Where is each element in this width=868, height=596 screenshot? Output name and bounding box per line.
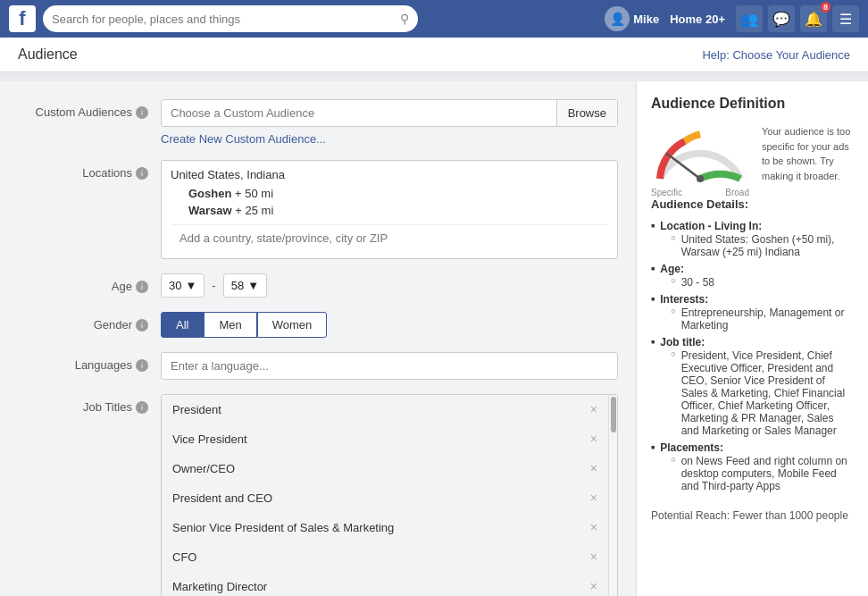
- audience-definition-title: Audience Definition: [651, 96, 854, 112]
- search-input[interactable]: [52, 13, 400, 26]
- search-icon: ⚲: [400, 12, 409, 26]
- avatar: 👤: [605, 6, 630, 31]
- remove-icon[interactable]: ×: [583, 432, 597, 446]
- list-item: Vice President×: [162, 424, 608, 454]
- age-selector: 30 ▼ - 58 ▼: [161, 273, 618, 298]
- gender-women-button[interactable]: Women: [257, 312, 328, 338]
- remove-icon[interactable]: ×: [583, 520, 597, 534]
- audience-details-title: Audience Details:: [651, 197, 854, 211]
- detail-label: Placements:: [660, 441, 723, 454]
- detail-label: Location - Living In:: [660, 220, 762, 232]
- left-panel: Custom Audiences i Browse Create New Cus…: [0, 81, 636, 596]
- job-titles-info-icon[interactable]: i: [136, 401, 148, 414]
- gender-men-button[interactable]: Men: [204, 312, 256, 338]
- detail-item: Age:30 - 58: [651, 261, 854, 291]
- job-titles-row: Job Titles i President×Vice President×Ow…: [18, 394, 618, 596]
- page-title: Audience: [18, 46, 78, 63]
- help-link[interactable]: Help: Choose Your Audience: [702, 48, 850, 62]
- nav-messages-icon[interactable]: 💬: [768, 5, 795, 32]
- remove-icon[interactable]: ×: [583, 491, 597, 505]
- languages-info-icon[interactable]: i: [136, 359, 148, 372]
- detail-item: Placements:on News Feed and right column…: [651, 440, 854, 495]
- age-info-icon[interactable]: i: [136, 281, 148, 293]
- languages-label: Languages i: [18, 352, 161, 372]
- detail-sub-item: on News Feed and right column on desktop…: [671, 454, 854, 493]
- locations-control: United States, Indiana Goshen + 50 mi Wa…: [161, 160, 618, 259]
- location-item-warsaw: Warsaw + 25 mi: [171, 202, 608, 219]
- detail-sub-item: 30 - 58: [671, 275, 714, 290]
- gauge-broad-label: Broad: [725, 188, 749, 197]
- age-to-select[interactable]: 58 ▼: [223, 273, 267, 298]
- gender-info-icon[interactable]: i: [136, 319, 148, 332]
- locations-info-icon[interactable]: i: [136, 167, 148, 180]
- remove-icon[interactable]: ×: [583, 579, 597, 593]
- list-item: Marketing Director×: [162, 572, 608, 596]
- gauge-container: Specific Broad Your audience is too spec…: [651, 124, 854, 183]
- gauge-labels: Specific Broad: [651, 188, 749, 197]
- list-item: Owner/CEO×: [162, 454, 608, 483]
- custom-audience-input[interactable]: [162, 100, 556, 126]
- detail-sub-item: Entrepreneurship, Management or Marketin…: [671, 306, 854, 332]
- top-navigation: f ⚲ 👤 Mike Home 20+ 👥 💬 🔔 8 ☰: [0, 0, 868, 38]
- gender-all-button[interactable]: All: [161, 312, 204, 338]
- nav-home-link[interactable]: Home 20+: [664, 13, 730, 26]
- detail-item: Location - Living In:United States: Gosh…: [651, 218, 854, 261]
- job-title-text: President and CEO: [172, 491, 272, 505]
- location-item-goshen: Goshen + 50 mi: [171, 185, 608, 202]
- page-header: Audience Help: Choose Your Audience: [0, 38, 868, 72]
- locations-label: Locations i: [18, 160, 161, 180]
- create-custom-audience-link[interactable]: Create New Custom Audience...: [161, 132, 326, 146]
- nav-notifications-icon[interactable]: 🔔 8: [800, 5, 827, 32]
- gender-row: Gender i All Men Women: [18, 312, 618, 338]
- browse-button[interactable]: Browse: [556, 100, 617, 126]
- custom-audiences-row: Custom Audiences i Browse Create New Cus…: [18, 99, 618, 146]
- remove-icon[interactable]: ×: [583, 461, 597, 475]
- facebook-logo[interactable]: f: [9, 5, 36, 32]
- notification-badge: 8: [821, 2, 830, 13]
- nav-friends-icon[interactable]: 👥: [736, 5, 763, 32]
- nav-user-profile[interactable]: 👤 Mike: [605, 6, 659, 31]
- gender-label: Gender i: [18, 312, 161, 332]
- custom-audiences-info-icon[interactable]: i: [136, 106, 148, 119]
- detail-sub-item: President, Vice President, Chief Executi…: [671, 348, 854, 438]
- list-item: President and CEO×: [162, 483, 608, 513]
- job-title-text: President: [172, 403, 221, 416]
- gender-buttons: All Men Women: [161, 312, 618, 338]
- remove-icon[interactable]: ×: [583, 402, 597, 416]
- nav-settings-icon[interactable]: ☰: [832, 5, 859, 32]
- detail-sub-item: United States: Goshen (+50 mi), Warsaw (…: [671, 232, 854, 259]
- custom-audiences-label: Custom Audiences i: [18, 99, 161, 119]
- nav-right-section: 👤 Mike Home 20+ 👥 💬 🔔 8 ☰: [605, 5, 859, 32]
- search-bar: ⚲: [43, 5, 418, 32]
- scrollbar[interactable]: [608, 395, 617, 596]
- list-item: President×: [162, 395, 608, 424]
- detail-label: Interests:: [660, 293, 708, 306]
- age-from-select[interactable]: 30 ▼: [161, 273, 204, 298]
- age-dash: -: [212, 279, 215, 292]
- age-row: Age i 30 ▼ - 58 ▼: [18, 273, 618, 298]
- list-item: CFO×: [162, 542, 608, 572]
- age-label: Age i: [18, 273, 161, 293]
- gauge-description: Your audience is too specific for your a…: [762, 124, 854, 183]
- job-title-text: Senior Vice President of Sales & Marketi…: [172, 521, 394, 534]
- list-item: Senior Vice President of Sales & Marketi…: [162, 513, 608, 542]
- job-title-text: Owner/CEO: [172, 462, 235, 475]
- gauge-specific-label: Specific: [651, 188, 682, 197]
- job-titles-list[interactable]: President×Vice President×Owner/CEO×Presi…: [162, 395, 608, 596]
- location-add-input[interactable]: [171, 224, 608, 251]
- job-titles-control: President×Vice President×Owner/CEO×Presi…: [161, 394, 618, 596]
- audience-details-list: Location - Living In:United States: Gosh…: [651, 218, 854, 495]
- nav-user-name: Mike: [633, 13, 659, 26]
- job-title-text: Marketing Director: [172, 580, 267, 593]
- main-content: Custom Audiences i Browse Create New Cus…: [0, 72, 868, 596]
- scroll-thumb[interactable]: [611, 397, 616, 432]
- detail-label: Job title:: [660, 336, 705, 348]
- audience-gauge: Specific Broad: [651, 125, 749, 183]
- age-control: 30 ▼ - 58 ▼: [161, 273, 618, 298]
- languages-control: [161, 352, 618, 380]
- locations-row: Locations i United States, Indiana Goshe…: [18, 160, 618, 259]
- remove-icon[interactable]: ×: [583, 550, 597, 564]
- languages-input[interactable]: [161, 352, 618, 380]
- detail-item: Interests:Entrepreneurship, Management o…: [651, 291, 854, 334]
- gauge-svg: [651, 125, 749, 183]
